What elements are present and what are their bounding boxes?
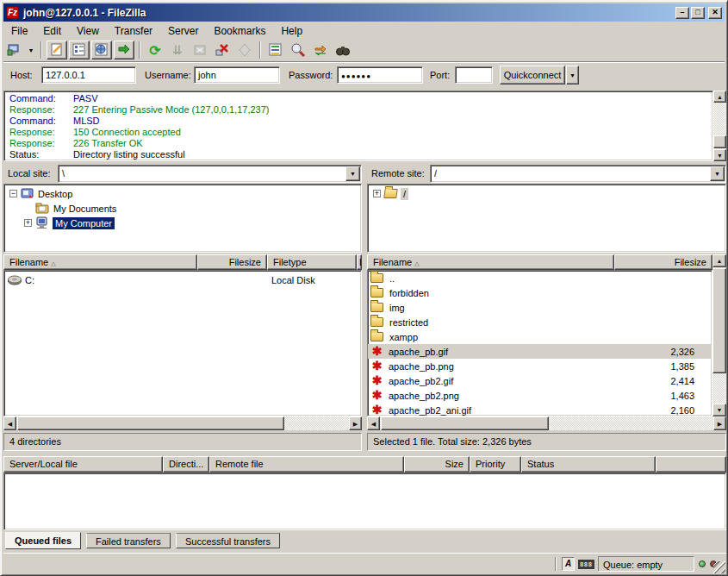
local-list-hscrollbar[interactable]: ◀ ▶: [3, 416, 362, 430]
speed-limits-icon[interactable]: 888: [578, 560, 594, 569]
remote-file-row[interactable]: restricted: [368, 315, 712, 329]
find-files-icon[interactable]: [333, 41, 353, 59]
message-log[interactable]: Command:PASV Response:227 Entering Passi…: [3, 91, 713, 161]
scroll-down-icon[interactable]: ▼: [713, 149, 726, 161]
column-header-status[interactable]: Status: [521, 456, 656, 473]
tree-item-root[interactable]: + /: [373, 186, 725, 201]
menu-edit[interactable]: Edit: [35, 23, 69, 39]
remote-file-row[interactable]: forbidden: [368, 285, 712, 300]
menu-server[interactable]: Server: [160, 23, 206, 39]
local-site-label: Local site:: [8, 168, 51, 178]
remote-list-header: Filename △ Filesize: [367, 254, 712, 270]
menu-file[interactable]: File: [3, 23, 35, 39]
cancel-icon[interactable]: [234, 41, 255, 59]
tree-item-my-documents[interactable]: My Documents: [9, 201, 361, 216]
password-input[interactable]: ●●●●●●: [337, 66, 423, 84]
local-file-row[interactable]: C: Local Disk: [4, 272, 361, 287]
local-tree[interactable]: − Desktop My Documents + My Computer: [3, 184, 362, 253]
column-header-remote-file[interactable]: Remote file: [209, 456, 404, 473]
expand-icon[interactable]: +: [373, 190, 381, 197]
local-site-combo[interactable]: \ ▼: [58, 165, 362, 183]
remote-file-row[interactable]: ✱apache_pb.png1,385: [368, 359, 712, 373]
log-scrollbar[interactable]: ▲ ▼: [713, 91, 726, 161]
title-bar[interactable]: Fz john@127.0.0.1 - FileZilla – □ ✕: [3, 3, 725, 22]
resize-grip[interactable]: [713, 561, 725, 573]
local-hscrollbar-thumb[interactable]: [17, 416, 284, 430]
remote-file-row[interactable]: ✱apache_pb2.gif2,414: [368, 373, 712, 388]
scroll-right-icon[interactable]: ▶: [713, 416, 726, 430]
combo-dropdown-icon[interactable]: ▼: [345, 166, 360, 181]
disconnect-icon[interactable]: [212, 41, 233, 59]
quickconnect-dropdown-icon[interactable]: ▼: [566, 66, 579, 85]
transfer-type-icon[interactable]: A: [562, 557, 575, 571]
local-file-list[interactable]: C: Local Disk: [3, 270, 362, 416]
filter-icon[interactable]: [265, 41, 286, 59]
scroll-left-icon[interactable]: ◀: [367, 416, 380, 430]
tree-item-my-computer[interactable]: + My Computer: [9, 216, 361, 230]
maximize-button[interactable]: □: [691, 7, 705, 19]
remote-tree[interactable]: + /: [367, 184, 726, 253]
tab-successful-transfers[interactable]: Successful transfers: [176, 533, 280, 548]
remote-file-row[interactable]: ✱apache_pb2.png1,463: [368, 388, 712, 403]
menu-transfer[interactable]: Transfer: [107, 23, 160, 39]
column-header-filesize[interactable]: Filesize: [614, 254, 712, 270]
process-queue-icon[interactable]: ⇊: [167, 41, 188, 59]
scroll-up-icon[interactable]: ▲: [713, 91, 726, 103]
remote-file-row[interactable]: xampp: [368, 329, 712, 344]
column-header-filename[interactable]: Filename △: [3, 254, 197, 270]
column-header-filetype[interactable]: Filetype: [267, 254, 357, 270]
combo-dropdown-icon[interactable]: ▼: [710, 166, 725, 181]
transfer-queue-list[interactable]: [3, 473, 726, 530]
remote-site-combo[interactable]: / ▼: [430, 165, 726, 183]
scroll-right-icon[interactable]: ▶: [349, 416, 362, 430]
tab-queued-files[interactable]: Queued files: [5, 532, 81, 549]
local-list-header: Filename △ Filesize Filetype L: [3, 254, 362, 270]
menu-bookmarks[interactable]: Bookmarks: [206, 23, 273, 39]
toggle-transfer-queue-icon[interactable]: [114, 41, 134, 59]
column-header-filesize[interactable]: Filesize: [197, 254, 267, 270]
column-header-server-local-file[interactable]: Server/Local file: [3, 456, 163, 473]
abort-icon[interactable]: [190, 41, 210, 59]
column-header-priority[interactable]: Priority: [470, 456, 521, 473]
scroll-up-icon[interactable]: ▲: [712, 254, 726, 267]
filezilla-logo-icon: Fz: [6, 6, 19, 19]
menu-view[interactable]: View: [69, 23, 107, 39]
minimize-button[interactable]: –: [675, 7, 689, 19]
toggle-remote-tree-icon[interactable]: [91, 41, 112, 59]
remote-list-scrollbar[interactable]: ▲ ▼: [712, 254, 726, 416]
toggle-message-log-icon[interactable]: [47, 41, 67, 59]
column-header-filename[interactable]: Filename △: [367, 254, 614, 270]
remote-file-list[interactable]: .. forbidden img restricted xampp ✱apach…: [367, 270, 712, 416]
remote-file-row[interactable]: img: [368, 300, 712, 315]
tree-item-desktop[interactable]: − Desktop: [9, 186, 361, 201]
site-manager-icon[interactable]: [3, 41, 24, 59]
remote-file-row-selected[interactable]: ✱apache_pb.gif2,326: [368, 344, 712, 359]
site-manager-dropdown-icon[interactable]: ▼: [26, 41, 36, 59]
menu-help[interactable]: Help: [273, 23, 310, 39]
scroll-down-icon[interactable]: ▼: [712, 404, 726, 416]
remote-file-row[interactable]: ✱apache_pb2_ani.gif2,160: [368, 403, 712, 416]
broken-image-icon: ✱: [370, 375, 383, 386]
remote-file-row[interactable]: ..: [368, 271, 712, 285]
toggle-local-tree-icon[interactable]: [69, 41, 90, 59]
queue-tabs: Queued files Failed transfers Successful…: [3, 533, 726, 551]
refresh-icon[interactable]: ⟳: [145, 41, 165, 59]
host-input[interactable]: 127.0.0.1: [41, 66, 136, 84]
column-header-direction[interactable]: Directi...: [163, 456, 209, 473]
close-button[interactable]: ✕: [708, 7, 722, 19]
tab-failed-transfers[interactable]: Failed transfers: [86, 533, 171, 548]
port-input[interactable]: [455, 66, 493, 84]
remote-scrollbar-thumb[interactable]: [712, 268, 726, 373]
column-header-lastmodified[interactable]: L: [357, 254, 362, 270]
synchronized-browsing-icon[interactable]: [310, 41, 331, 59]
column-header-size[interactable]: Size: [404, 456, 470, 473]
collapse-icon[interactable]: −: [9, 190, 17, 197]
remote-list-hscrollbar[interactable]: ◀ ▶: [367, 416, 726, 430]
remote-hscrollbar-thumb[interactable]: [381, 416, 549, 430]
quickconnect-button[interactable]: Quickconnect: [500, 66, 565, 85]
username-input[interactable]: john: [194, 66, 280, 84]
scroll-left-icon[interactable]: ◀: [3, 416, 16, 430]
directory-comparison-icon[interactable]: [288, 41, 308, 59]
expand-icon[interactable]: +: [24, 219, 32, 227]
log-scrollbar-thumb[interactable]: [713, 135, 726, 148]
